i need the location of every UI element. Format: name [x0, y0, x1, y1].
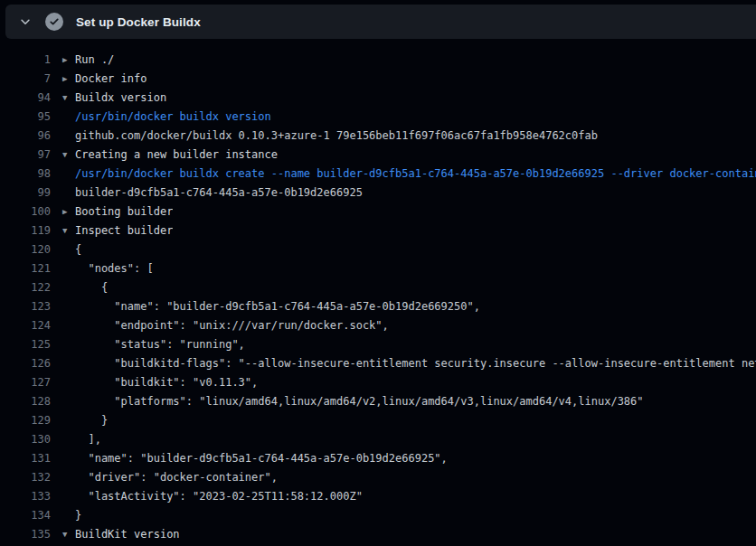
log-output-text: } — [75, 411, 108, 430]
group-header[interactable]: ▼BuildKit version — [51, 525, 180, 544]
log-line-row: 95/usr/bin/docker buildx version — [0, 108, 756, 127]
log-output-text: "status": "running", — [75, 335, 245, 354]
log-output-text: "endpoint": "unix:///var/run/docker.sock… — [75, 316, 389, 335]
indent-spacer — [62, 487, 75, 506]
line-number[interactable]: 99 — [0, 184, 51, 202]
line-number[interactable]: 127 — [0, 373, 51, 392]
group-expanded-icon[interactable]: ▼ — [62, 89, 75, 108]
group-header[interactable]: ▼Inspect builder — [51, 221, 173, 240]
group-title-text: Booting builder — [75, 202, 173, 221]
line-number[interactable]: 125 — [0, 335, 51, 354]
line-number[interactable]: 129 — [0, 411, 51, 430]
line-number[interactable]: 132 — [0, 468, 51, 487]
log-text-container: "name": "builder-d9cfb5a1-c764-445a-a57e… — [51, 449, 448, 468]
group-collapsed-icon[interactable]: ▶ — [62, 202, 75, 221]
log-output-text: { — [75, 278, 108, 297]
log-output-text: builder-d9cfb5a1-c764-445a-a57e-0b19d2e6… — [75, 184, 363, 202]
log-output-text: } — [75, 506, 81, 525]
group-header[interactable]: ▶Docker info — [51, 70, 146, 89]
log-text-container: /usr/bin/docker buildx create --name bui… — [51, 165, 756, 184]
log-line-row: 131 "name": "builder-d9cfb5a1-c764-445a-… — [0, 449, 756, 468]
indent-spacer — [62, 127, 75, 146]
step-header[interactable]: Set up Docker Buildx — [5, 5, 756, 39]
chevron-down-icon[interactable] — [18, 14, 33, 29]
line-number[interactable]: 122 — [0, 278, 51, 297]
indent-spacer — [62, 449, 75, 468]
log-text-container: builder-d9cfb5a1-c764-445a-a57e-0b19d2e6… — [51, 184, 363, 202]
log-group-row: 7▶Docker info — [0, 70, 756, 89]
indent-spacer — [62, 468, 75, 487]
log-line-row: 123 "name": "builder-d9cfb5a1-c764-445a-… — [0, 297, 756, 316]
log-text-container: "driver": "docker-container", — [51, 468, 278, 487]
log-output-text: "nodes": [ — [75, 259, 154, 278]
log-text-container: "name": "builder-d9cfb5a1-c764-445a-a57e… — [51, 297, 480, 316]
group-title-text: Buildx version — [75, 89, 166, 108]
log-text-container: "endpoint": "unix:///var/run/docker.sock… — [51, 316, 389, 335]
group-collapsed-icon[interactable]: ▶ — [62, 51, 75, 70]
log-line-row: 121 "nodes": [ — [0, 259, 756, 278]
line-number[interactable]: 120 — [0, 240, 51, 259]
group-header[interactable]: ▼Buildx version — [51, 89, 166, 108]
log-text-container: "lastActivity": "2023-02-25T11:58:12.000… — [51, 487, 363, 506]
log-output-text: { — [75, 240, 81, 259]
line-number[interactable]: 126 — [0, 354, 51, 373]
log-group-row: 97▼Creating a new builder instance — [0, 146, 756, 165]
step-title: Set up Docker Buildx — [76, 15, 201, 29]
group-expanded-icon[interactable]: ▼ — [62, 146, 75, 165]
log-command-text: /usr/bin/docker buildx create --name bui… — [75, 165, 756, 184]
indent-spacer — [62, 259, 75, 278]
log-text-container: ], — [51, 430, 101, 449]
line-number[interactable]: 134 — [0, 506, 51, 525]
log-output-text: "name": "builder-d9cfb5a1-c764-445a-a57e… — [75, 449, 448, 468]
group-header[interactable]: ▶Run ./ — [51, 51, 114, 70]
group-title-text: Inspect builder — [75, 221, 173, 240]
indent-spacer — [62, 297, 75, 316]
log-line-row: 122 { — [0, 278, 756, 297]
group-header[interactable]: ▶Booting builder — [51, 202, 173, 221]
line-number[interactable]: 123 — [0, 297, 51, 316]
line-number[interactable]: 98 — [0, 165, 51, 184]
log-text-container: "buildkitd-flags": "--allow-insecure-ent… — [51, 354, 756, 373]
indent-spacer — [62, 316, 75, 335]
group-expanded-icon[interactable]: ▼ — [62, 525, 75, 544]
group-header[interactable]: ▼Creating a new builder instance — [51, 146, 278, 165]
log-text-container: { — [51, 240, 81, 259]
line-number[interactable]: 1 — [0, 51, 51, 70]
line-number[interactable]: 130 — [0, 430, 51, 449]
log-line-row: 128 "platforms": "linux/amd64,linux/amd6… — [0, 392, 756, 411]
line-number[interactable]: 95 — [0, 108, 51, 127]
log-viewer: 1▶Run ./7▶Docker info94▼Buildx version95… — [0, 39, 756, 546]
indent-spacer — [62, 108, 75, 127]
group-expanded-icon[interactable]: ▼ — [62, 221, 75, 240]
log-line-row: 127 "buildkit": "v0.11.3", — [0, 373, 756, 392]
line-number[interactable]: 119 — [0, 221, 51, 240]
line-number[interactable]: 131 — [0, 449, 51, 468]
line-number[interactable]: 7 — [0, 70, 51, 89]
log-group-row: 119▼Inspect builder — [0, 221, 756, 240]
line-number[interactable]: 94 — [0, 89, 51, 108]
log-group-row: 135▼BuildKit version — [0, 525, 756, 544]
line-number[interactable]: 100 — [0, 202, 51, 221]
indent-spacer — [62, 430, 75, 449]
indent-spacer — [62, 506, 75, 525]
line-number[interactable]: 124 — [0, 316, 51, 335]
indent-spacer — [62, 392, 75, 411]
log-group-row: 1▶Run ./ — [0, 51, 756, 70]
line-number[interactable]: 96 — [0, 127, 51, 146]
log-line-row: 99builder-d9cfb5a1-c764-445a-a57e-0b19d2… — [0, 184, 756, 202]
group-title-text: Docker info — [75, 70, 146, 89]
log-line-row: 125 "status": "running", — [0, 335, 756, 354]
log-output-text: "driver": "docker-container", — [75, 468, 278, 487]
log-line-row: 133 "lastActivity": "2023-02-25T11:58:12… — [0, 487, 756, 506]
log-output-text: github.com/docker/buildx 0.10.3+azure-1 … — [75, 127, 598, 146]
log-output-text: "lastActivity": "2023-02-25T11:58:12.000… — [75, 487, 363, 506]
line-number[interactable]: 133 — [0, 487, 51, 506]
line-number[interactable]: 97 — [0, 146, 51, 165]
group-collapsed-icon[interactable]: ▶ — [62, 70, 75, 89]
log-line-row: 126 "buildkitd-flags": "--allow-insecure… — [0, 354, 756, 373]
line-number[interactable]: 121 — [0, 259, 51, 278]
indent-spacer — [62, 278, 75, 297]
log-text-container: "nodes": [ — [51, 259, 154, 278]
line-number[interactable]: 135 — [0, 525, 51, 544]
line-number[interactable]: 128 — [0, 392, 51, 411]
